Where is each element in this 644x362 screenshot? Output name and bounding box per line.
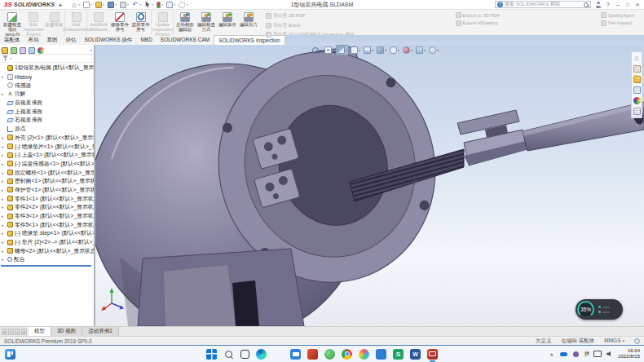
document-tab[interactable]: 3D 视图 xyxy=(51,327,82,336)
tree-item[interactable]: 保护管<1> (默认<<默认>_显示状 xyxy=(0,186,94,195)
expand-arrow-icon[interactable] xyxy=(2,161,6,166)
ribbon-tab[interactable]: MBD xyxy=(136,35,156,45)
tree-item[interactable]: 右视基准面 xyxy=(0,116,94,125)
tree-item[interactable]: History xyxy=(0,73,94,82)
nav-last-icon[interactable] xyxy=(21,329,27,335)
hud-button[interactable] xyxy=(376,46,387,55)
panel-tab[interactable] xyxy=(2,45,8,57)
hud-button[interactable] xyxy=(402,46,413,55)
status-item[interactable]: 在编辑 装配体 xyxy=(561,338,594,345)
taskbar-clock[interactable]: 16:04 2022/8/15 xyxy=(618,348,640,360)
ribbon-button[interactable]: 编辑操作 xyxy=(217,11,238,35)
appearances-icon[interactable] xyxy=(633,97,641,104)
nav-next-icon[interactable] xyxy=(15,329,20,335)
hud-button[interactable] xyxy=(337,46,348,55)
expand-arrow-icon[interactable] xyxy=(2,223,6,227)
help-icon[interactable] xyxy=(603,1,613,9)
expand-arrow-icon[interactable] xyxy=(2,240,6,245)
qat-button[interactable] xyxy=(179,2,187,8)
search-icon[interactable] xyxy=(584,2,589,7)
ribbon-tab[interactable]: SOLIDWORKS CAM xyxy=(157,35,214,45)
tree-item[interactable]: 零件1<1> (默认<<默认>_显示状态 xyxy=(0,194,94,203)
start-icon[interactable] xyxy=(206,349,217,360)
ribbon-button[interactable]: Edit Inspection Project xyxy=(23,11,44,35)
ribbon-button[interactable]: 移除零件序号 xyxy=(109,11,130,35)
tree-item[interactable]: 零件5<1> (默认<<默认>_显示状态 xyxy=(0,220,94,229)
expand-arrow-icon[interactable] xyxy=(2,170,6,175)
qat-button[interactable] xyxy=(144,2,153,8)
qat-button[interactable] xyxy=(166,2,175,8)
recorder-toggles[interactable] xyxy=(598,306,610,313)
custom-properties-icon[interactable] xyxy=(633,108,641,115)
panel-overflow-icon[interactable] xyxy=(90,47,92,52)
maximize-icon[interactable] xyxy=(623,1,633,9)
search-input[interactable]: 搜索 SOLIDWORKS 帮助 xyxy=(495,1,591,8)
ribbon-tab[interactable]: SOLIDWORKS Inspection xyxy=(214,35,285,45)
ribbon-tab[interactable]: 评估 xyxy=(62,35,81,45)
tree-item[interactable]: 外壳 (2)<1> (默认<<默认>_显示状 xyxy=(0,134,94,143)
minimize-icon[interactable] xyxy=(613,1,623,9)
qat-button[interactable] xyxy=(132,2,141,8)
widgets-icon[interactable] xyxy=(5,349,15,360)
rollback-bar[interactable] xyxy=(1,265,91,267)
tree-item[interactable]: 注解 xyxy=(0,90,94,99)
status-tag-icon[interactable] xyxy=(634,338,640,344)
graphics-area[interactable]: 35% xyxy=(95,45,644,326)
home-icon[interactable] xyxy=(633,55,641,62)
expand-arrow-icon[interactable] xyxy=(2,144,6,149)
qat-button[interactable] xyxy=(95,2,104,8)
ribbon-button[interactable]: Update Inspection Project xyxy=(152,11,174,35)
hud-button[interactable] xyxy=(415,46,426,55)
expand-arrow-icon[interactable] xyxy=(2,231,6,236)
ribbon-button[interactable]: Export to 3D PDF xyxy=(456,12,500,18)
expand-arrow-icon[interactable] xyxy=(2,188,6,192)
tree-item[interactable]: 传感器 xyxy=(0,81,94,90)
location-icon[interactable] xyxy=(572,350,580,358)
search-icon[interactable] xyxy=(223,349,234,360)
nav-prev-icon[interactable] xyxy=(8,329,14,335)
qat-button[interactable] xyxy=(157,2,163,8)
hud-button[interactable] xyxy=(428,46,439,55)
expand-arrow-icon[interactable] xyxy=(2,205,6,210)
hud-button[interactable] xyxy=(389,46,400,55)
panel-tab[interactable] xyxy=(37,45,44,57)
document-tab[interactable]: 模型 xyxy=(29,327,51,336)
ribbon-tab[interactable]: 装配体 xyxy=(0,35,24,45)
expand-arrow-icon[interactable] xyxy=(2,91,6,96)
ribbon-button[interactable]: 选择零件序号 xyxy=(130,11,152,35)
panel-tab[interactable] xyxy=(11,45,17,57)
expand-arrow-icon[interactable] xyxy=(2,249,6,254)
hud-button[interactable] xyxy=(324,46,335,55)
tree-item[interactable]: 螺母<2> (默认<<默认>_显示状态 xyxy=(0,246,94,255)
nav-first-icon[interactable] xyxy=(2,329,7,335)
file-explorer-icon[interactable] xyxy=(633,76,641,83)
tree-item[interactable]: 上视基准面 xyxy=(0,107,94,116)
tree-item[interactable]: (-) 温度传感器<1> (默认<<默认>_显 xyxy=(0,160,94,169)
ribbon-tab[interactable]: 草图 xyxy=(43,35,62,45)
ribbon-button[interactable]: Net-Inspect xyxy=(601,20,634,26)
expand-arrow-icon[interactable] xyxy=(2,196,6,201)
mail-icon[interactable] xyxy=(290,349,301,360)
expand-arrow-icon[interactable] xyxy=(2,179,6,183)
expand-arrow-icon[interactable] xyxy=(2,152,6,157)
tree-item[interactable]: (-) 绝缘垫.step<1> (默认<<默认> xyxy=(0,229,94,238)
chrome-icon[interactable] xyxy=(342,349,352,360)
app-green-icon[interactable] xyxy=(324,349,335,360)
solidworks-active-icon[interactable] xyxy=(427,349,438,360)
ribbon-button[interactable]: 编辑实方 xyxy=(238,11,259,35)
expand-arrow-icon[interactable] xyxy=(2,214,6,219)
view-palette-icon[interactable] xyxy=(633,86,641,94)
hud-button[interactable] xyxy=(363,46,374,55)
qat-button[interactable] xyxy=(83,2,92,8)
app-red-icon[interactable] xyxy=(307,349,318,360)
expand-arrow-icon[interactable] xyxy=(2,135,6,140)
tree-item[interactable]: 固定螺栓<1> (默认<<默认>_显示状 xyxy=(0,168,94,177)
ribbon-button[interactable]: Export eDrawing xyxy=(456,20,500,26)
document-tab[interactable]: 运动算例1 xyxy=(82,327,119,336)
status-item[interactable]: 欠定义 xyxy=(536,338,552,345)
qat-button[interactable] xyxy=(108,2,117,8)
ribbon-button[interactable]: 导出至 Excel xyxy=(266,22,355,29)
ime-indicator[interactable]: 拼 xyxy=(584,351,590,358)
cast-display-icon[interactable] xyxy=(593,350,602,358)
ribbon-button[interactable]: Add/Edit Balloons xyxy=(88,11,109,35)
